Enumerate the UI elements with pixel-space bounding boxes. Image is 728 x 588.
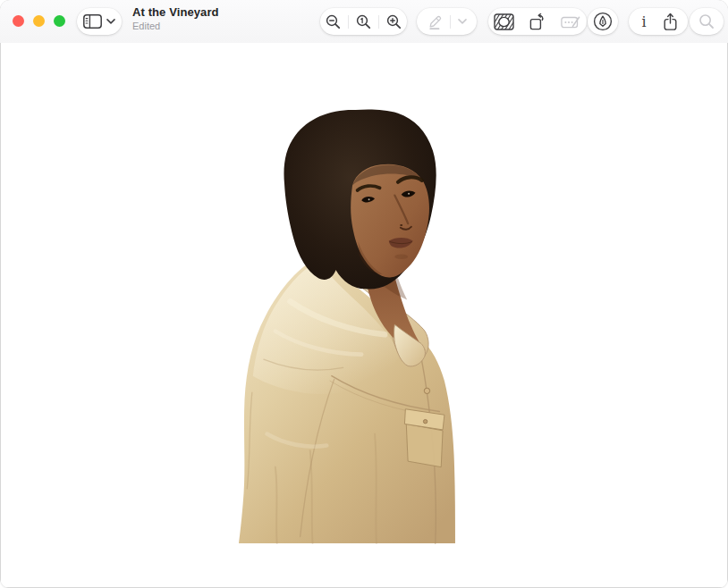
fill-form-button[interactable] [554,8,588,35]
sidebar-group [77,8,122,35]
search-icon [698,13,715,29]
sidebar-view-menu-button[interactable] [106,8,123,35]
photo-subject [0,43,728,588]
search-button[interactable] [691,8,722,35]
magnifier-minus-icon [326,14,341,29]
image-tools-group [488,8,587,35]
zoom-in-button[interactable] [379,8,409,35]
document-title-block: At the Vineyard Edited [132,6,219,31]
zoom-controls-group [320,8,407,35]
minimize-button[interactable] [33,15,45,27]
preview-window: At the Vineyard Edited [0,0,728,588]
markup-pen-circle-icon [592,11,614,32]
rotate-left-icon [529,13,546,30]
titlebar: At the Vineyard Edited [0,0,728,43]
sidebar-icon [83,14,102,29]
share-icon [663,13,678,31]
magnifier-one-icon [356,14,371,29]
document-title: At the Vineyard [132,6,219,18]
rotate-left-button[interactable] [521,8,554,35]
remove-background-icon [494,13,514,30]
zoom-out-button[interactable] [318,8,348,35]
remove-background-button[interactable] [487,8,521,35]
actual-size-button[interactable] [349,8,378,35]
search-group [690,8,724,35]
info-share-group: i [629,8,688,35]
markup-group [588,8,618,35]
show-markup-toolbar-button[interactable] [585,8,621,35]
get-info-button[interactable]: i [632,8,656,35]
highlight-button[interactable] [419,8,450,35]
highlighter-icon [427,13,443,30]
highlight-color-menu-button[interactable] [451,8,474,35]
document-status: Edited [132,21,219,31]
sidebar-toggle-button[interactable] [76,8,106,35]
highlight-group [417,8,477,35]
chevron-down-icon [458,19,467,24]
info-icon: i [639,13,648,30]
svg-text:i: i [641,13,646,30]
close-button[interactable] [13,15,24,27]
magnifier-plus-icon [386,14,402,29]
share-button[interactable] [656,8,685,35]
zoom-window-button[interactable] [54,15,65,27]
form-fill-icon [561,14,581,29]
canvas [1,43,727,587]
chevron-down-icon [106,19,115,24]
